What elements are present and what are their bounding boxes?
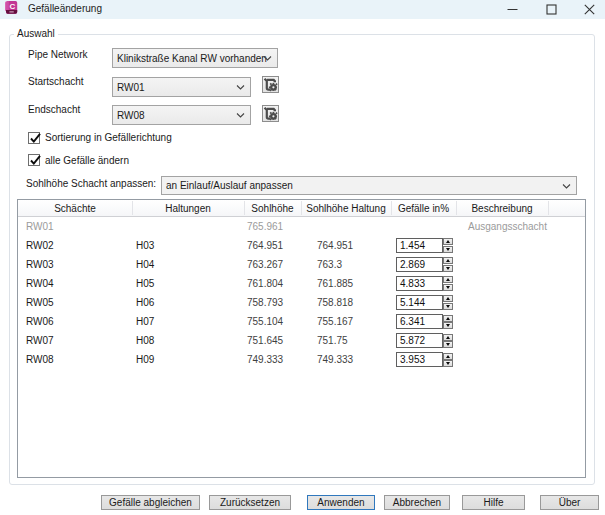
svg-text:C: C <box>9 2 15 11</box>
